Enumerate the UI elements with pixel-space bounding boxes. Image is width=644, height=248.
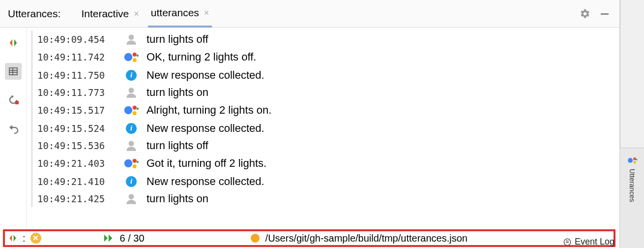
log-row: 10:49:15.536turn lights off: [37, 137, 619, 154]
log-row: 10:49:11.742OK, turning 2 lights off.: [37, 48, 619, 66]
status-bar-highlight: : ✕ 6 / 30 /Users/git/gh-sample/build/tm…: [3, 229, 615, 247]
timestamp: 10:49:15.517: [37, 105, 116, 116]
svg-rect-1: [9, 68, 17, 75]
undo-icon: [7, 123, 19, 134]
svg-point-26: [633, 157, 636, 160]
layout-icon: [8, 66, 18, 76]
user-icon: [125, 139, 138, 152]
timestamp: 10:49:21.425: [37, 193, 116, 204]
svg-point-20: [137, 161, 139, 163]
minimize-icon: [600, 9, 610, 19]
event-log-icon: [563, 238, 572, 247]
left-toolbar: [0, 28, 27, 228]
gear-icon: [580, 8, 590, 19]
log-text: New response collected.: [146, 69, 264, 82]
timestamp: 10:49:21.403: [37, 158, 116, 169]
svg-point-16: [129, 141, 134, 146]
tab-label: utterances: [151, 7, 199, 19]
svg-point-10: [137, 55, 139, 57]
swap-left-right-icon[interactable]: [8, 233, 18, 243]
tab-interactive[interactable]: Interactive ×: [78, 0, 142, 28]
progress-text: 6 / 30: [120, 233, 145, 244]
right-gutter: Utterances: [620, 0, 644, 248]
svg-point-6: [129, 34, 134, 40]
svg-point-14: [133, 111, 137, 115]
info-icon: i: [126, 176, 137, 187]
restart-icon: [7, 94, 19, 106]
svg-point-11: [129, 88, 134, 93]
panel-title: Utterances:: [8, 8, 60, 20]
log-panel[interactable]: 10:49:09.454turn lights off10:49:11.742O…: [27, 28, 619, 228]
svg-point-17: [124, 159, 133, 168]
log-text: turn lights off: [146, 139, 208, 152]
timestamp: 10:49:09.454: [37, 34, 116, 45]
layout-button[interactable]: [5, 63, 22, 80]
svg-point-18: [133, 159, 137, 163]
log-text: New response collected.: [146, 175, 264, 188]
timestamp: 10:49:15.524: [37, 123, 116, 134]
timestamp: 10:49:21.410: [37, 176, 116, 187]
undo-button[interactable]: [5, 120, 22, 137]
svg-point-8: [133, 53, 137, 57]
assistant-icon: [124, 51, 139, 63]
svg-point-27: [633, 161, 636, 164]
user-icon: [125, 192, 138, 205]
svg-point-7: [124, 53, 133, 62]
assistant-icon: [124, 104, 139, 117]
info-icon: i: [126, 123, 137, 134]
swap-left-right-icon: [8, 37, 19, 48]
timestamp: 10:49:11.742: [37, 52, 116, 62]
restart-button[interactable]: [5, 92, 22, 108]
log-text: turn lights on: [146, 86, 208, 99]
info-icon: i: [126, 70, 137, 81]
svg-point-28: [636, 159, 637, 160]
side-tab-label: Utterances: [628, 169, 636, 202]
log-row: 10:49:21.425turn lights on: [37, 190, 619, 207]
log-row: 10:49:21.410iNew response collected.: [37, 173, 619, 190]
close-icon[interactable]: ×: [134, 9, 139, 18]
panel-header: Utterances: Interactive × utterances ×: [0, 0, 619, 28]
fast-forward-icon[interactable]: [103, 233, 114, 243]
minimize-button[interactable]: [598, 7, 612, 21]
log-text: Got it, turning off 2 lights.: [146, 157, 266, 170]
svg-point-12: [124, 106, 133, 115]
close-icon[interactable]: ×: [204, 8, 209, 17]
svg-point-13: [133, 106, 137, 110]
log-row: 10:49:21.403Got it, turning off 2 lights…: [37, 154, 619, 173]
assistant-icon: [627, 155, 638, 166]
svg-point-19: [133, 164, 137, 168]
cancel-icon[interactable]: ✕: [30, 233, 41, 244]
svg-point-21: [129, 194, 134, 199]
status-dot-icon: [251, 234, 260, 243]
user-icon: [125, 33, 138, 46]
svg-point-9: [133, 58, 137, 62]
tab-utterances[interactable]: utterances ×: [148, 0, 212, 28]
log-text: turn lights off: [146, 33, 208, 46]
log-text: New response collected.: [146, 122, 264, 135]
svg-rect-5: [15, 101, 19, 104]
event-log-button[interactable]: Event Log: [563, 237, 615, 247]
tab-label: Interactive: [81, 8, 129, 20]
file-path: /Users/git/gh-sample/build/tmp/utterance…: [265, 233, 468, 244]
user-icon: [125, 86, 138, 99]
svg-point-25: [628, 158, 633, 163]
log-row: 10:49:15.524iNew response collected.: [37, 120, 619, 137]
event-log-label: Event Log: [575, 237, 615, 247]
log-row: 10:49:15.517Alright, turning 2 lights on…: [37, 101, 619, 120]
log-text: turn lights on: [146, 192, 208, 205]
svg-point-15: [137, 108, 139, 110]
status-colon: :: [23, 233, 26, 244]
settings-button[interactable]: [578, 7, 592, 21]
timestamp: 10:49:11.750: [37, 70, 116, 81]
log-row: 10:49:11.773turn lights on: [37, 84, 619, 101]
swap-button[interactable]: [5, 34, 22, 51]
timestamp: 10:49:11.773: [37, 87, 116, 98]
log-text: OK, turning 2 lights off.: [146, 51, 256, 63]
log-row: 10:49:11.750iNew response collected.: [37, 66, 619, 84]
svg-rect-0: [601, 13, 609, 15]
timestamp: 10:49:15.536: [37, 140, 116, 151]
side-tab-utterances[interactable]: Utterances: [620, 148, 644, 248]
assistant-icon: [124, 157, 139, 170]
log-row: 10:49:09.454turn lights off: [37, 31, 619, 48]
log-text: Alright, turning 2 lights on.: [146, 104, 271, 117]
